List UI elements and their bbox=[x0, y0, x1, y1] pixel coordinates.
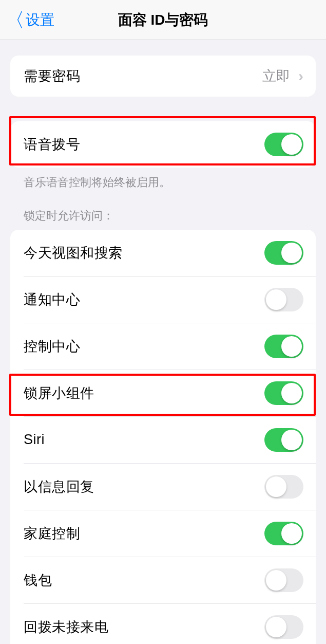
toggle-knob bbox=[266, 476, 286, 497]
require-passcode-group: 需要密码 立即 › bbox=[10, 56, 316, 97]
voice-dial-group: 语音拨号 bbox=[10, 121, 316, 168]
lockscreen-access-row: Siri bbox=[24, 416, 316, 463]
chevron-right-icon: › bbox=[298, 67, 303, 85]
lockscreen-access-row: 控制中心 bbox=[24, 323, 316, 370]
lockscreen-access-toggle[interactable] bbox=[264, 568, 303, 592]
lockscreen-access-label: 今天视图和搜索 bbox=[24, 244, 123, 262]
lockscreen-access-label: 通知中心 bbox=[24, 290, 80, 309]
lockscreen-access-row: 以信息回复 bbox=[24, 463, 316, 510]
toggle-knob bbox=[281, 134, 302, 155]
toggle-knob bbox=[281, 243, 302, 263]
lockscreen-access-toggle[interactable] bbox=[264, 428, 303, 452]
chevron-left-icon: 〈 bbox=[5, 10, 25, 30]
toggle-knob bbox=[266, 617, 286, 637]
lockscreen-access-toggle[interactable] bbox=[264, 241, 303, 265]
require-passcode-label: 需要密码 bbox=[24, 67, 80, 85]
lockscreen-access-group: 今天视图和搜索通知中心控制中心锁屏小组件Siri以信息回复家庭控制钱包回拨未接来… bbox=[10, 230, 316, 644]
lockscreen-access-row: 锁屏小组件 bbox=[24, 370, 316, 416]
toggle-knob bbox=[281, 523, 302, 544]
voice-dial-footer: 音乐语音控制将始终被启用。 bbox=[10, 168, 316, 191]
lockscreen-access-toggle[interactable] bbox=[264, 335, 303, 358]
lockscreen-access-label: 控制中心 bbox=[24, 337, 80, 356]
lockscreen-access-header: 锁定时允许访问： bbox=[10, 191, 316, 230]
lockscreen-access-label: Siri bbox=[24, 432, 45, 448]
lockscreen-access-label: 锁屏小组件 bbox=[24, 384, 94, 402]
voice-dial-row: 语音拨号 bbox=[10, 121, 316, 168]
lockscreen-access-label: 以信息回复 bbox=[24, 477, 94, 496]
lockscreen-access-label: 家庭控制 bbox=[24, 524, 80, 543]
toggle-knob bbox=[281, 430, 302, 450]
lockscreen-access-toggle[interactable] bbox=[264, 615, 303, 639]
voice-dial-label: 语音拨号 bbox=[24, 135, 80, 154]
back-button[interactable]: 〈 设置 bbox=[5, 10, 54, 30]
back-label: 设置 bbox=[26, 10, 54, 30]
page-title: 面容 ID与密码 bbox=[118, 10, 208, 30]
require-passcode-row[interactable]: 需要密码 立即 › bbox=[10, 56, 316, 97]
lockscreen-access-toggle[interactable] bbox=[264, 522, 303, 545]
lockscreen-access-row: 家庭控制 bbox=[24, 510, 316, 557]
lockscreen-access-row: 通知中心 bbox=[24, 276, 316, 323]
voice-dial-toggle[interactable] bbox=[264, 133, 303, 156]
navigation-bar: 〈 设置 面容 ID与密码 bbox=[0, 0, 326, 40]
lockscreen-access-toggle[interactable] bbox=[264, 381, 303, 405]
lockscreen-access-toggle[interactable] bbox=[264, 288, 303, 311]
lockscreen-access-row: 钱包 bbox=[24, 557, 316, 603]
toggle-knob bbox=[281, 383, 302, 403]
toggle-knob bbox=[281, 336, 302, 357]
lockscreen-access-row: 回拨未接来电 bbox=[24, 603, 316, 644]
toggle-knob bbox=[266, 570, 286, 591]
toggle-knob bbox=[266, 289, 286, 310]
lockscreen-access-row: 今天视图和搜索 bbox=[10, 230, 316, 276]
require-passcode-value: 立即 › bbox=[262, 67, 303, 85]
lockscreen-access-label: 回拨未接来电 bbox=[24, 618, 108, 636]
lockscreen-access-label: 钱包 bbox=[24, 571, 52, 590]
lockscreen-access-toggle[interactable] bbox=[264, 475, 303, 499]
